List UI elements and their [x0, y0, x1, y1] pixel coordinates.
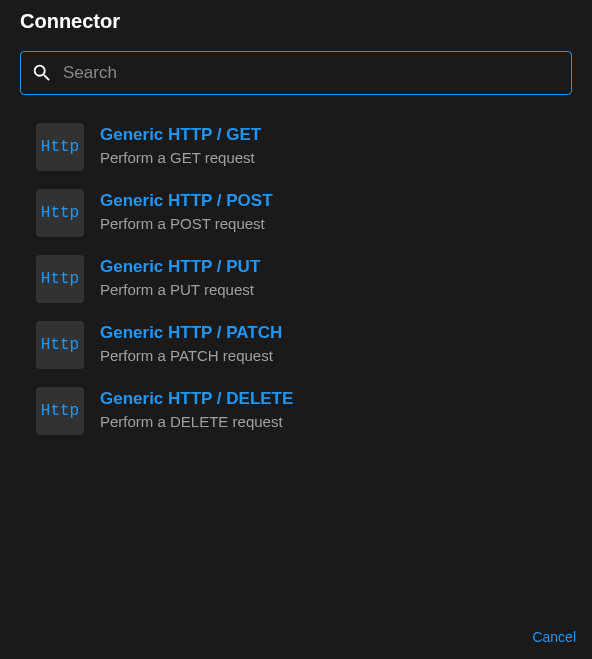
connector-item-delete[interactable]: Http Generic HTTP / DELETE Perform a DEL…: [36, 387, 572, 435]
search-input[interactable]: [63, 63, 561, 83]
connector-title: Generic HTTP / GET: [100, 125, 261, 145]
connector-content: Generic HTTP / DELETE Perform a DELETE r…: [100, 387, 293, 430]
connector-item-put[interactable]: Http Generic HTTP / PUT Perform a PUT re…: [36, 255, 572, 303]
connector-item-patch[interactable]: Http Generic HTTP / PATCH Perform a PATC…: [36, 321, 572, 369]
connector-list: Http Generic HTTP / GET Perform a GET re…: [0, 95, 592, 435]
http-icon: Http: [36, 387, 84, 435]
http-icon: Http: [36, 189, 84, 237]
search-icon: [31, 62, 53, 84]
connector-content: Generic HTTP / PATCH Perform a PATCH req…: [100, 321, 282, 364]
connector-title: Generic HTTP / DELETE: [100, 389, 293, 409]
connector-description: Perform a DELETE request: [100, 413, 293, 430]
connector-content: Generic HTTP / GET Perform a GET request: [100, 123, 261, 166]
http-icon: Http: [36, 255, 84, 303]
connector-title: Generic HTTP / PATCH: [100, 323, 282, 343]
http-icon: Http: [36, 321, 84, 369]
connector-description: Perform a POST request: [100, 215, 273, 232]
connector-title: Generic HTTP / POST: [100, 191, 273, 211]
connector-item-post[interactable]: Http Generic HTTP / POST Perform a POST …: [36, 189, 572, 237]
connector-content: Generic HTTP / POST Perform a POST reque…: [100, 189, 273, 232]
page-title: Connector: [0, 0, 592, 51]
connector-item-get[interactable]: Http Generic HTTP / GET Perform a GET re…: [36, 123, 572, 171]
connector-title: Generic HTTP / PUT: [100, 257, 260, 277]
http-icon: Http: [36, 123, 84, 171]
connector-description: Perform a PATCH request: [100, 347, 282, 364]
search-container[interactable]: [20, 51, 572, 95]
connector-content: Generic HTTP / PUT Perform a PUT request: [100, 255, 260, 298]
connector-description: Perform a GET request: [100, 149, 261, 166]
cancel-button[interactable]: Cancel: [532, 625, 576, 649]
connector-description: Perform a PUT request: [100, 281, 260, 298]
